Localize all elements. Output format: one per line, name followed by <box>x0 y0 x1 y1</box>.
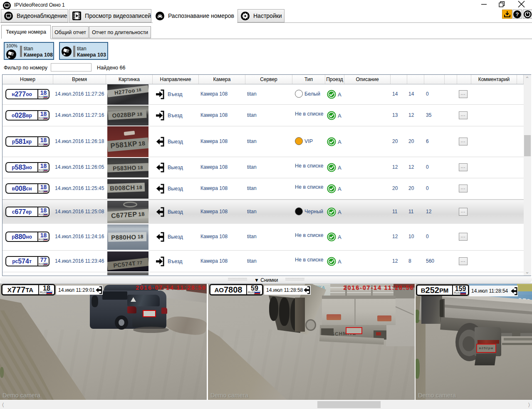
svg-text:?: ? <box>516 11 519 17</box>
